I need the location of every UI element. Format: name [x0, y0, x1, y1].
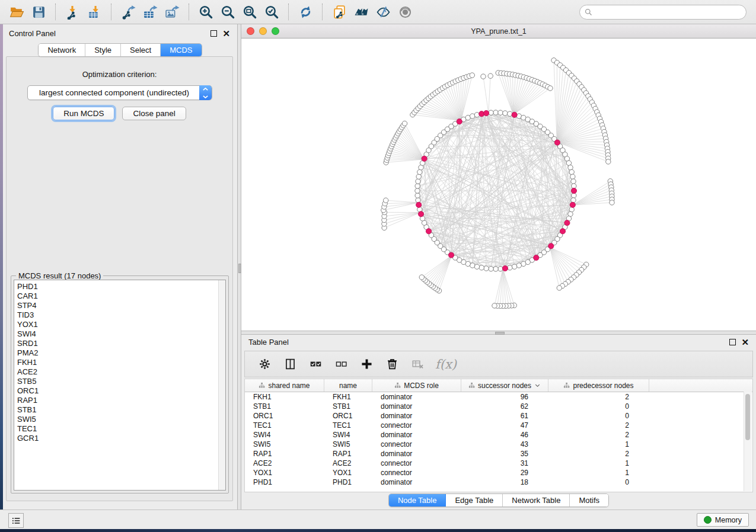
mcds-result-item[interactable]: TEC1	[14, 424, 225, 434]
show-columns-icon	[284, 358, 296, 370]
table-row[interactable]: STB1STB1dominator620	[245, 402, 752, 411]
table-row[interactable]: ACE2ACE2connector311	[245, 459, 752, 468]
mcds-result-item[interactable]: YOX1	[14, 320, 225, 329]
apply-preferred-layout-button[interactable]	[295, 2, 317, 22]
mcds-result-list[interactable]: PHD1CAR1STP4TID3YOX1SWI4SRD1PMA2FKH1ACE2…	[14, 280, 226, 491]
mcds-result-item[interactable]: SWI4	[14, 329, 225, 339]
table-header-row: shared namenameMCDS rolesuccessor nodesp…	[245, 379, 752, 392]
import-table-button[interactable]	[84, 2, 106, 22]
cell-name: RAP1	[324, 450, 372, 458]
toolbar-separator	[55, 4, 56, 20]
run-mcds-button[interactable]: Run MCDS	[53, 107, 114, 120]
search-input[interactable]	[593, 8, 746, 17]
memory-button[interactable]: Memory	[697, 513, 749, 527]
mcds-result-item[interactable]: STB5	[14, 377, 225, 386]
column-header-successor-nodes[interactable]: successor nodes	[461, 379, 548, 392]
import-network-button[interactable]	[62, 2, 84, 22]
vertical-splitter[interactable]	[237, 24, 241, 509]
mcds-result-item[interactable]: SRD1	[14, 339, 225, 348]
criterion-dropdown[interactable]: largest connected component (undirected)	[27, 85, 212, 100]
mcds-result-item[interactable]: PMA2	[14, 348, 225, 358]
export-network-button[interactable]	[117, 2, 139, 22]
task-history-button[interactable]	[8, 513, 24, 528]
network-canvas[interactable]	[241, 39, 756, 331]
mcds-result-item[interactable]: PHD1	[14, 282, 225, 291]
tab-motifs[interactable]: Motifs	[570, 494, 608, 507]
cell-name: SWI5	[324, 440, 372, 448]
table-scrollbar[interactable]	[744, 392, 752, 491]
search-box[interactable]	[579, 5, 747, 20]
tab-style[interactable]: Style	[85, 44, 121, 56]
cell-shared-name: ACE2	[245, 459, 324, 467]
function-builder-button: f(x)	[435, 357, 457, 372]
tab-edge-table[interactable]: Edge Table	[446, 494, 503, 507]
table-row[interactable]: ORC1ORC1dominator610	[245, 411, 752, 421]
zoom-out-button[interactable]	[217, 2, 239, 22]
table-options-gear-button[interactable]	[257, 357, 272, 372]
show-graphics-details-button[interactable]	[394, 2, 416, 22]
column-header-predecessor-nodes[interactable]: predecessor nodes	[548, 379, 649, 392]
cell-shared-name: PHD1	[245, 478, 324, 486]
column-header-name[interactable]: name	[324, 379, 372, 392]
zoom-in-button[interactable]	[195, 2, 217, 22]
cell-name: TEC1	[324, 421, 372, 430]
mcds-result-item[interactable]: CAR1	[14, 291, 225, 301]
table-tabs: Node TableEdge TableNetwork TableMotifs	[388, 493, 609, 507]
app-window: Control Panel ✕ NetworkStyleSelectMCDS O…	[0, 0, 756, 532]
mcds-result-item[interactable]: RAP1	[14, 396, 225, 405]
table-row[interactable]: RAP1RAP1dominator352	[245, 449, 752, 459]
tab-network-table[interactable]: Network Table	[503, 494, 570, 507]
tab-select[interactable]: Select	[121, 44, 161, 56]
float-panel-icon[interactable]	[210, 30, 217, 37]
show-columns-button[interactable]	[282, 357, 298, 372]
table-row[interactable]: FKH1FKH1dominator962	[245, 392, 752, 402]
horizontal-splitter[interactable]	[241, 331, 756, 335]
table-row[interactable]: PHD1PHD1dominator180	[245, 477, 752, 487]
column-header-MCDS-role[interactable]: MCDS role	[372, 379, 461, 392]
export-image-button[interactable]	[161, 2, 183, 22]
column-label: shared name	[268, 382, 310, 390]
column-header-shared-name[interactable]: shared name	[245, 379, 324, 392]
find-button[interactable]	[350, 2, 372, 22]
table-toolbar: f(x)	[244, 351, 753, 377]
table-row[interactable]: SWI4SWI4dominator462	[245, 430, 752, 440]
mcds-result-item[interactable]: STB1	[14, 405, 225, 415]
table-row[interactable]: YOX1YOX1connector291	[245, 468, 752, 477]
table-row[interactable]: SWI5SWI5connector431	[245, 440, 752, 449]
open-file-button[interactable]	[6, 2, 28, 22]
mcds-result-item[interactable]: STP4	[14, 301, 225, 310]
deselect-all-columns-button[interactable]	[333, 357, 349, 372]
tab-mcds[interactable]: MCDS	[161, 44, 201, 56]
hide-graphics-details-button[interactable]	[372, 2, 394, 22]
sort-indicator-icon[interactable]	[534, 382, 541, 389]
clone-network-button[interactable]	[328, 2, 350, 22]
zoom-selected-button[interactable]	[261, 2, 283, 22]
toolbar-separator	[288, 4, 289, 20]
delete-columns-button[interactable]	[384, 357, 400, 372]
save-session-button[interactable]	[28, 2, 50, 22]
mcds-result-item[interactable]: ACE2	[14, 367, 225, 377]
tab-network[interactable]: Network	[39, 44, 85, 56]
mcds-result-item[interactable]: GCR1	[14, 434, 225, 443]
cell-MCDS-role: connector	[372, 440, 461, 448]
column-label: MCDS role	[404, 382, 439, 390]
float-table-panel-icon[interactable]	[729, 339, 736, 345]
mcds-result-item[interactable]: TID3	[14, 310, 225, 320]
mcds-result-item[interactable]: SWI5	[14, 415, 225, 424]
close-table-panel-icon[interactable]: ✕	[741, 339, 749, 345]
mcds-list-scrollbar[interactable]	[218, 280, 225, 490]
function-builder-icon: f(x)	[435, 357, 457, 371]
dropdown-stepper-icon[interactable]	[199, 85, 212, 100]
mcds-result-item[interactable]: ORC1	[14, 386, 225, 396]
fit-content-button[interactable]	[239, 2, 261, 22]
mcds-result-item[interactable]: FKH1	[14, 358, 225, 367]
table-row[interactable]: TEC1TEC1connector472	[245, 421, 752, 430]
add-column-button[interactable]	[359, 357, 374, 372]
close-panel-button[interactable]: Close panel	[122, 107, 186, 120]
column-type-icon	[394, 382, 401, 389]
tab-node-table[interactable]: Node Table	[389, 494, 446, 507]
export-table-button[interactable]	[139, 2, 161, 22]
table-scrollbar-thumb[interactable]	[745, 394, 750, 440]
close-panel-icon[interactable]: ✕	[222, 31, 230, 36]
select-all-columns-button[interactable]	[308, 357, 323, 372]
